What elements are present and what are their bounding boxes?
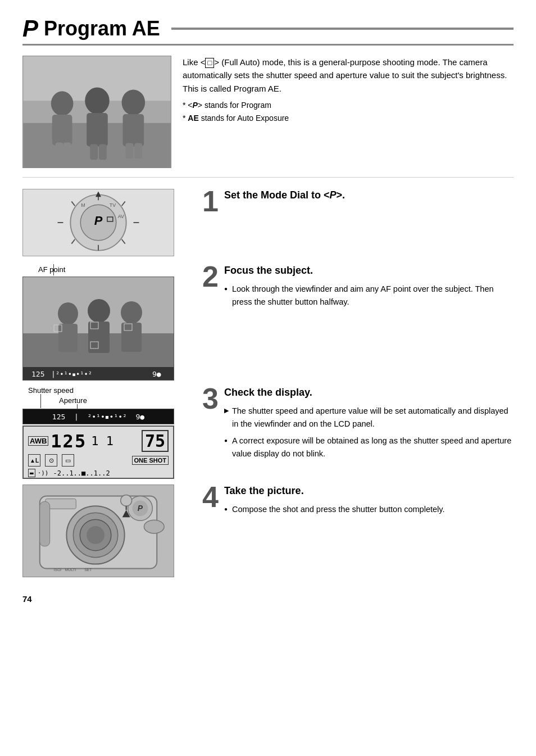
shutter-speed-label: Shutter speed <box>28 386 74 395</box>
viewfinder-image: 125 | ²•¹•▪•¹•² 9● <box>22 277 174 381</box>
svg-text:M: M <box>81 202 85 208</box>
svg-rect-9 <box>56 142 63 159</box>
svg-rect-13 <box>125 143 133 159</box>
svg-point-59 <box>121 495 132 506</box>
page-number: 74 <box>22 594 514 604</box>
step-4-row: P ISO/ MULTI SET <box>22 485 514 577</box>
title-bar <box>171 28 514 30</box>
step-2-bullet-1: Look through the viewfinder and aim any … <box>224 283 514 308</box>
lcd-bars: 1 1 <box>91 434 113 448</box>
page-title-section: P Program AE <box>22 17 514 46</box>
lcd-viewfinder-strip: 125 | ²•¹•▪•¹•² 9● <box>22 409 174 424</box>
svg-rect-14 <box>134 143 142 159</box>
step-1-content: 1 Set the Mode Dial to <P>. <box>197 189 514 259</box>
step-4-image: P ISO/ MULTI SET <box>22 485 197 577</box>
top-photo-area <box>22 56 171 168</box>
svg-rect-6 <box>87 113 108 146</box>
lcd-frame-icon: ▭ <box>62 454 74 467</box>
svg-text:|: | <box>51 370 56 378</box>
step-3-row: Shutter speed Aperture 125 | ²•¹•▪•¹•² 9… <box>22 386 514 479</box>
svg-point-55 <box>87 526 105 544</box>
lcd-top-row: AWB 125 1 1 75 <box>28 430 169 452</box>
svg-point-39 <box>121 301 142 324</box>
svg-point-3 <box>51 91 74 116</box>
steps-container: P TV AV M 1 Set the Mode Dial to <P>. <box>22 189 514 583</box>
step-1-row: P TV AV M 1 Set the Mode Dial to <P>. <box>22 189 514 259</box>
lcd-bottom-row: ▬ ·)) -2..1..■..1..2 <box>28 469 169 477</box>
step-4-title: Take the picture. <box>224 485 445 497</box>
svg-text:TV: TV <box>110 202 116 208</box>
step-3-number: 3 <box>202 384 219 413</box>
lcd-mid-row: ▲L ⊙ ▭ ONE SHOT <box>28 454 169 467</box>
svg-text:²•¹•▪•¹•²: ²•¹•▪•¹•² <box>56 370 92 378</box>
aperture-label: Aperture <box>59 396 87 405</box>
lcd-battery-icon: ▬ <box>28 469 35 477</box>
top-section: Like <□> (Full Auto) mode, this is a gen… <box>22 56 514 178</box>
svg-rect-36 <box>58 324 78 352</box>
title-rest: Program AE <box>44 17 160 40</box>
svg-text:P: P <box>94 214 103 228</box>
lcd-awb-indicator: AWB <box>28 436 48 446</box>
svg-rect-64 <box>40 501 50 546</box>
svg-rect-4 <box>52 115 72 145</box>
lcd-exposure-scale: -2..1..■..1..2 <box>53 469 110 477</box>
step-3-triangle-bullet: The shutter speed and aperture value wil… <box>224 405 514 430</box>
svg-point-37 <box>88 299 110 323</box>
svg-point-5 <box>85 87 110 114</box>
svg-rect-12 <box>99 144 107 160</box>
svg-text:125: 125 <box>31 370 44 378</box>
step-3-image: Shutter speed Aperture 125 | ²•¹•▪•¹•² 9… <box>22 386 197 479</box>
step-3-bullet-1: A correct exposure will be obtained as l… <box>224 434 514 460</box>
mode-dial-image: P TV AV M <box>22 189 174 256</box>
step-4-bullet-1: Compose the shot and press the shutter b… <box>224 503 445 515</box>
lcd-panel: AWB 125 1 1 75 ▲L ⊙ ▭ ONE SHOT ▬ ·)) -2.… <box>22 425 174 479</box>
svg-rect-11 <box>90 144 98 160</box>
svg-text:AV: AV <box>118 214 124 219</box>
svg-rect-10 <box>63 142 71 159</box>
svg-point-60 <box>144 520 164 533</box>
step-2-title: Focus the subject. <box>224 264 514 277</box>
lcd-sound-icon: ·)) <box>38 469 49 477</box>
step-2-body: Look through the viewfinder and aim any … <box>224 283 514 308</box>
intro-photo <box>22 56 171 168</box>
step-2-number: 2 <box>202 262 219 291</box>
camera-top-image: P ISO/ MULTI SET <box>22 485 174 577</box>
step-3-body: The shutter speed and aperture value wil… <box>224 405 514 460</box>
step-4-content: 4 Take the picture. Compose the shot and… <box>197 485 514 577</box>
svg-text:MULTI: MULTI <box>65 568 76 572</box>
lcd-f-number: 75 <box>142 430 169 452</box>
lcd-shutter-number: 125 <box>51 431 87 452</box>
note-ae: * AE stands for Auto Exposure <box>183 112 514 125</box>
svg-rect-45 <box>23 367 174 381</box>
step-2-content: 2 Focus the subject. Look through the vi… <box>197 264 514 381</box>
lcd-quality-icon: ▲L <box>28 454 40 467</box>
intro-paragraph: Like <□> (Full Auto) mode, this is a gen… <box>183 56 514 95</box>
svg-text:P: P <box>138 504 143 513</box>
svg-point-35 <box>58 302 78 325</box>
lcd-focus-icon: ⊙ <box>45 454 57 467</box>
af-point-label: AF point <box>38 265 65 274</box>
svg-point-7 <box>122 89 146 115</box>
note-p: * <P> stands for Program <box>183 99 514 112</box>
step-4-number: 4 <box>202 482 219 511</box>
svg-text:SET: SET <box>84 568 92 572</box>
step-1-number: 1 <box>202 187 219 216</box>
top-description: Like <□> (Full Auto) mode, this is a gen… <box>183 56 514 168</box>
title-p-letter: P <box>22 17 38 40</box>
step-3-title: Check the display. <box>224 386 514 399</box>
step-2-row: AF point <box>22 264 514 381</box>
lcd-oneshot-label: ONE SHOT <box>132 456 169 465</box>
step-1-image: P TV AV M <box>22 189 197 259</box>
svg-rect-8 <box>123 114 144 146</box>
svg-text:ISO/: ISO/ <box>54 568 62 572</box>
svg-text:9●: 9● <box>152 370 161 378</box>
step-4-body: Compose the shot and press the shutter b… <box>224 503 445 515</box>
step-1-title: Set the Mode Dial to <P>. <box>224 189 345 202</box>
step-3-content: 3 Check the display. The shutter speed a… <box>197 386 514 479</box>
step-2-image: AF point <box>22 264 197 381</box>
